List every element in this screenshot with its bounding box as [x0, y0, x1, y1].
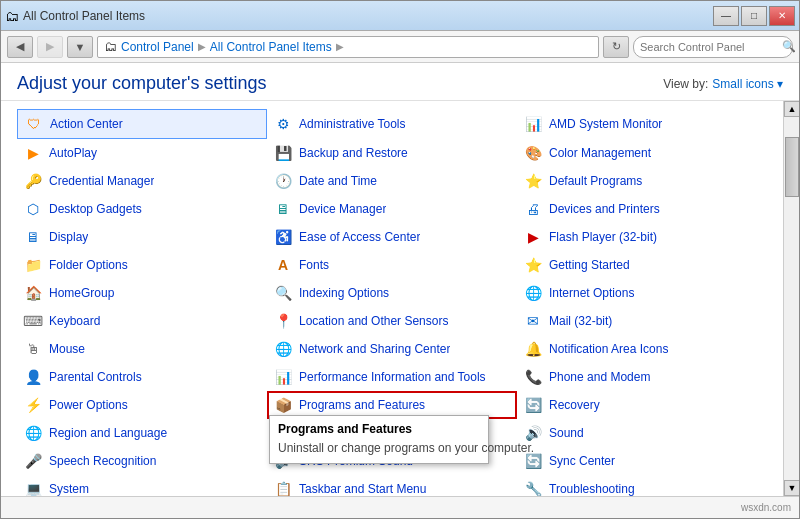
tooltip-description: Uninstall or change programs on your com…: [278, 440, 480, 457]
item-date-time[interactable]: 🕐 Date and Time: [267, 167, 517, 195]
refresh-button[interactable]: ↻: [603, 36, 629, 58]
item-fonts[interactable]: A Fonts: [267, 251, 517, 279]
item-troubleshooting[interactable]: 🔧 Troubleshooting: [517, 475, 767, 496]
item-desktop-gadgets[interactable]: ⬡ Desktop Gadgets: [17, 195, 267, 223]
item-network-sharing[interactable]: 🌐 Network and Sharing Center: [267, 335, 517, 363]
item-icon-mail: ✉: [523, 311, 543, 331]
item-label-backup-restore: Backup and Restore: [299, 146, 408, 160]
item-label-device-manager: Device Manager: [299, 202, 386, 216]
item-indexing[interactable]: 🔍 Indexing Options: [267, 279, 517, 307]
item-amd-monitor[interactable]: 📊 AMD System Monitor: [517, 109, 767, 139]
item-keyboard[interactable]: ⌨ Keyboard: [17, 307, 267, 335]
item-parental-controls[interactable]: 👤 Parental Controls: [17, 363, 267, 391]
recent-button[interactable]: ▼: [67, 36, 93, 58]
item-sync-center[interactable]: 🔄 Sync Center: [517, 447, 767, 475]
item-internet-options[interactable]: 🌐 Internet Options: [517, 279, 767, 307]
item-icon-device-manager: 🖥: [273, 199, 293, 219]
breadcrumb-all-items[interactable]: All Control Panel Items: [210, 40, 332, 54]
item-sound[interactable]: 🔊 Sound: [517, 419, 767, 447]
item-icon-indexing: 🔍: [273, 283, 293, 303]
item-icon-backup-restore: 💾: [273, 143, 293, 163]
item-icon-taskbar-start: 📋: [273, 479, 293, 496]
item-label-programs-features: Programs and Features: [299, 398, 425, 412]
item-ease-access[interactable]: ♿ Ease of Access Center: [267, 223, 517, 251]
item-icon-display: 🖥: [23, 227, 43, 247]
item-icon-power-options: ⚡: [23, 395, 43, 415]
item-icon-folder-options: 📁: [23, 255, 43, 275]
title-bar: 🗂 All Control Panel Items — □ ✕: [1, 1, 799, 31]
title-bar-buttons: — □ ✕: [713, 6, 795, 26]
page-title: Adjust your computer's settings: [17, 73, 267, 94]
item-getting-started[interactable]: ⭐ Getting Started: [517, 251, 767, 279]
scrollbar[interactable]: ▲ ▼: [783, 101, 799, 496]
item-icon-autoplay: ▶: [23, 143, 43, 163]
search-box[interactable]: 🔍: [633, 36, 793, 58]
item-speech-recognition[interactable]: 🎤 Speech Recognition: [17, 447, 267, 475]
item-icon-location-sensors: 📍: [273, 311, 293, 331]
item-label-getting-started: Getting Started: [549, 258, 630, 272]
scroll-down-button[interactable]: ▼: [784, 480, 799, 496]
item-programs-features[interactable]: 📦 Programs and Features Programs and Fea…: [267, 391, 517, 419]
item-location-sensors[interactable]: 📍 Location and Other Sensors: [267, 307, 517, 335]
item-icon-sound: 🔊: [523, 423, 543, 443]
item-label-system: System: [49, 482, 89, 496]
item-taskbar-start[interactable]: 📋 Taskbar and Start Menu: [267, 475, 517, 496]
item-icon-network-sharing: 🌐: [273, 339, 293, 359]
item-backup-restore[interactable]: 💾 Backup and Restore: [267, 139, 517, 167]
item-icon-fonts: A: [273, 255, 293, 275]
maximize-button[interactable]: □: [741, 6, 767, 26]
item-device-manager[interactable]: 🖥 Device Manager: [267, 195, 517, 223]
item-region-language[interactable]: 🌐 Region and Language: [17, 419, 267, 447]
tooltip-title: Programs and Features: [278, 422, 480, 436]
breadcrumb-control-panel[interactable]: Control Panel: [121, 40, 194, 54]
item-icon-programs-features: 📦: [273, 395, 293, 415]
breadcrumb: 🗂 Control Panel ▶ All Control Panel Item…: [97, 36, 599, 58]
item-mail[interactable]: ✉ Mail (32-bit): [517, 307, 767, 335]
back-button[interactable]: ◀: [7, 36, 33, 58]
item-credential-manager[interactable]: 🔑 Credential Manager: [17, 167, 267, 195]
item-performance[interactable]: 📊 Performance Information and Tools: [267, 363, 517, 391]
item-phone-modem[interactable]: 📞 Phone and Modem: [517, 363, 767, 391]
item-label-credential-manager: Credential Manager: [49, 174, 154, 188]
viewby-label: View by:: [663, 77, 708, 91]
item-label-network-sharing: Network and Sharing Center: [299, 342, 450, 356]
close-button[interactable]: ✕: [769, 6, 795, 26]
forward-button[interactable]: ▶: [37, 36, 63, 58]
item-label-homegroup: HomeGroup: [49, 286, 114, 300]
item-admin-tools[interactable]: ⚙ Administrative Tools: [267, 109, 517, 139]
item-default-programs[interactable]: ⭐ Default Programs: [517, 167, 767, 195]
item-action-center[interactable]: 🛡 Action Center: [17, 109, 267, 139]
item-devices-printers[interactable]: 🖨 Devices and Printers: [517, 195, 767, 223]
item-icon-internet-options: 🌐: [523, 283, 543, 303]
breadcrumb-sep-2: ▶: [336, 41, 344, 52]
item-label-flash-player: Flash Player (32-bit): [549, 230, 657, 244]
item-icon-performance: 📊: [273, 367, 293, 387]
items-container: 🛡 Action Center ⚙ Administrative Tools 📊…: [1, 101, 783, 496]
viewby-value[interactable]: Small icons ▾: [712, 77, 783, 91]
scroll-thumb[interactable]: [785, 137, 799, 197]
item-display[interactable]: 🖥 Display: [17, 223, 267, 251]
item-recovery[interactable]: 🔄 Recovery: [517, 391, 767, 419]
breadcrumb-icon: 🗂: [104, 39, 117, 54]
scroll-up-button[interactable]: ▲: [784, 101, 799, 117]
item-power-options[interactable]: ⚡ Power Options: [17, 391, 267, 419]
item-flash-player[interactable]: ▶ Flash Player (32-bit): [517, 223, 767, 251]
item-color-management[interactable]: 🎨 Color Management: [517, 139, 767, 167]
item-icon-parental-controls: 👤: [23, 367, 43, 387]
address-bar: ◀ ▶ ▼ 🗂 Control Panel ▶ All Control Pane…: [1, 31, 799, 63]
item-icon-homegroup: 🏠: [23, 283, 43, 303]
window-title: All Control Panel Items: [23, 9, 713, 23]
item-system[interactable]: 💻 System: [17, 475, 267, 496]
item-label-location-sensors: Location and Other Sensors: [299, 314, 448, 328]
minimize-button[interactable]: —: [713, 6, 739, 26]
item-label-date-time: Date and Time: [299, 174, 377, 188]
item-autoplay[interactable]: ▶ AutoPlay: [17, 139, 267, 167]
search-input[interactable]: [640, 41, 778, 53]
item-label-action-center: Action Center: [50, 117, 123, 131]
item-notification-icons[interactable]: 🔔 Notification Area Icons: [517, 335, 767, 363]
item-folder-options[interactable]: 📁 Folder Options: [17, 251, 267, 279]
item-homegroup[interactable]: 🏠 HomeGroup: [17, 279, 267, 307]
item-label-performance: Performance Information and Tools: [299, 370, 486, 384]
item-mouse[interactable]: 🖱 Mouse: [17, 335, 267, 363]
main-area: Adjust your computer's settings View by:…: [1, 63, 799, 496]
